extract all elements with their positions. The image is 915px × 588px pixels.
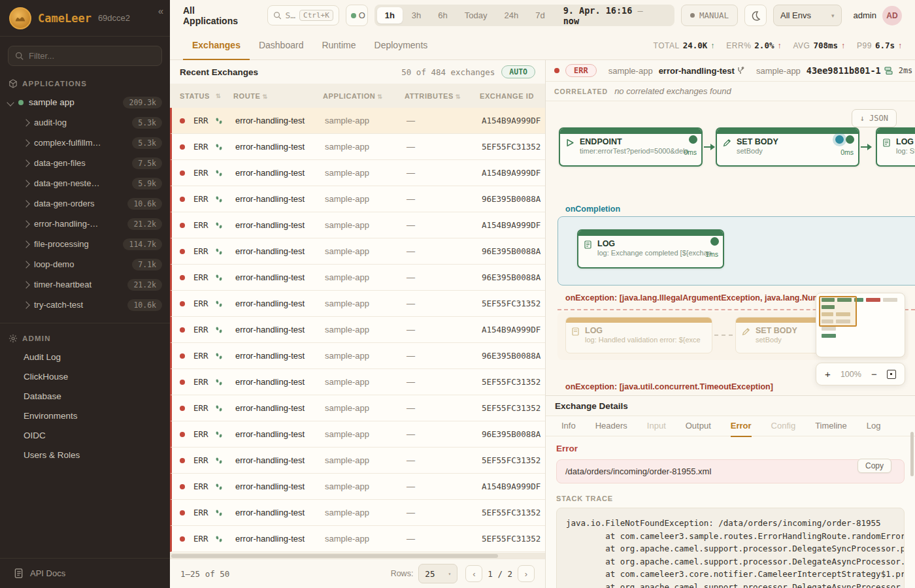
sidebar-route-item[interactable]: error-handling-… 21.2k (0, 214, 170, 234)
chevron-right-icon[interactable] (22, 200, 29, 207)
sidebar-route-item[interactable]: data-gen-neste… 5.9k (0, 173, 170, 193)
diagram-minimap[interactable] (816, 293, 905, 357)
diagram-node-log[interactable]: LOGlog: Sta (876, 127, 915, 167)
sidebar-collapse-icon[interactable]: « (158, 5, 163, 16)
table-row[interactable]: ERR error-handling-test sample-app — 96E… (170, 343, 545, 369)
sidebar-route-item[interactable]: data-gen-files 7.5k (0, 153, 170, 173)
details-tab[interactable]: Output (686, 416, 711, 437)
chevron-right-icon[interactable] (22, 261, 29, 268)
main-tab[interactable]: Exchanges (183, 40, 250, 60)
copy-stack-icon[interactable] (884, 67, 893, 75)
date-range[interactable]: 9. Apr. 16:16 – now (554, 5, 672, 26)
admin-item[interactable]: ClickHouse (0, 367, 170, 386)
time-range-option[interactable]: 1h (377, 7, 403, 24)
zoom-in-button[interactable]: + (825, 368, 831, 380)
admin-item[interactable]: Audit Log (0, 347, 170, 367)
table-row[interactable]: ERR error-handling-test sample-app — 5EF… (170, 448, 545, 474)
sort-icon[interactable]: ⇅ (216, 93, 221, 99)
sort-icon[interactable]: ⇅ (263, 93, 268, 100)
vertical-scrollbar-thumb[interactable] (910, 432, 914, 476)
exception-node-log[interactable]: LOGlog: Handled validation error: ${exce (565, 317, 712, 353)
admin-item[interactable]: Users & Roles (0, 445, 170, 465)
chevron-right-icon[interactable] (22, 220, 29, 227)
time-range-option[interactable]: 24h (497, 7, 527, 24)
table-row[interactable]: ERR error-handling-test sample-app — A15… (170, 212, 545, 238)
auto-badge[interactable]: AUTO (501, 65, 535, 78)
details-tab[interactable]: Config (771, 416, 796, 437)
sidebar-route-item[interactable]: audit-log 5.3k (0, 112, 170, 133)
rows-per-page-select[interactable]: 25 ▾ (418, 564, 458, 583)
main-tab[interactable]: Dashboard (250, 40, 313, 60)
prev-page-button[interactable]: ‹ (465, 565, 482, 582)
table-row[interactable]: ERR error-handling-test sample-app — A15… (170, 474, 545, 500)
sidebar-route-item[interactable]: try-catch-test 10.6k (0, 295, 170, 315)
detail-route[interactable]: error-handling-test (659, 66, 744, 76)
copy-button[interactable]: Copy (857, 459, 891, 473)
route-diagram-canvas[interactable]: ↓ JSON ENDPOINTtimer:errorTest?period=50… (546, 101, 915, 395)
table-row[interactable]: ERR error-handling-test sample-app — 96E… (170, 421, 545, 448)
sidebar-filter-input[interactable]: Filter... (8, 46, 162, 66)
chevron-down-icon[interactable] (7, 99, 14, 106)
admin-item[interactable]: Environments (0, 406, 170, 425)
exchange-id[interactable]: 43ee9811b801-1 (807, 65, 893, 76)
chevron-right-icon[interactable] (22, 139, 29, 146)
admin-item[interactable]: Database (0, 386, 170, 406)
details-tab[interactable]: Headers (595, 416, 627, 437)
time-range-option[interactable]: 7d (527, 7, 552, 24)
details-tab[interactable]: Input (647, 416, 666, 437)
live-toggle-button[interactable]: O (346, 5, 368, 26)
table-row[interactable]: ERR error-handling-test sample-app — 5EF… (170, 291, 545, 317)
sidebar-route-item[interactable]: data-gen-orders 10.6k (0, 193, 170, 214)
chevron-right-icon[interactable] (22, 180, 29, 187)
details-tab[interactable]: Timeline (815, 416, 847, 437)
table-row[interactable]: ERR error-handling-test sample-app — 5EF… (170, 395, 545, 421)
sidebar-route-item[interactable]: timer-heartbeat 21.2k (0, 274, 170, 295)
sidebar-item-sample-app[interactable]: sample app 209.3k (0, 92, 170, 112)
admin-item[interactable]: OIDC (0, 425, 170, 445)
sidebar-route-item[interactable]: file-processing 114.7k (0, 234, 170, 254)
time-range-option[interactable]: 6h (430, 7, 455, 24)
diagram-node-endpoint[interactable]: ENDPOINTtimer:errorTest?period=5000&dela… (559, 127, 703, 167)
avatar[interactable]: AD (882, 6, 902, 25)
table-row[interactable]: ERR error-handling-test sample-app — 5EF… (170, 369, 545, 395)
chevron-right-icon[interactable] (22, 159, 29, 167)
oncompletion-node-log[interactable]: LOGlog: Exchange completed [${exchan 1ms (577, 229, 724, 269)
table-row[interactable]: ERR error-handling-test sample-app — A15… (170, 317, 545, 343)
zoom-out-button[interactable]: − (871, 368, 877, 380)
details-tab[interactable]: Error (731, 416, 752, 437)
manual-refresh-button[interactable]: MANUAL (681, 5, 738, 26)
table-row[interactable]: ERR error-handling-test sample-app — 96E… (170, 238, 545, 265)
environment-select[interactable]: All Envs ▾ (773, 5, 842, 26)
scrollbar-thumb[interactable] (171, 554, 498, 558)
table-row[interactable]: ERR error-handling-test sample-app — 96E… (170, 186, 545, 212)
api-docs-link[interactable]: API Docs (0, 558, 170, 588)
download-json-button[interactable]: ↓ JSON (852, 109, 897, 127)
search-input[interactable]: S… Ctrl+K (267, 5, 339, 25)
sort-icon[interactable]: ⇅ (377, 93, 382, 100)
chevron-right-icon[interactable] (22, 240, 29, 248)
details-tab[interactable]: Log (867, 416, 881, 437)
chevron-right-icon[interactable] (22, 301, 29, 308)
table-row[interactable]: ERR error-handling-test sample-app — A15… (170, 160, 545, 186)
dark-mode-button[interactable] (744, 5, 767, 26)
table-row[interactable]: ERR error-handling-test sample-app — A15… (170, 108, 545, 134)
fit-view-icon[interactable] (887, 370, 896, 379)
main-tab[interactable]: Deployments (365, 40, 437, 60)
table-row[interactable]: ERR error-handling-test sample-app — 5EF… (170, 134, 545, 160)
stack-trace-box[interactable]: java.io.FileNotFoundException: /data/ord… (556, 508, 905, 588)
breakpoint-dot[interactable] (835, 135, 844, 144)
table-row[interactable]: ERR error-handling-test sample-app — 5EF… (170, 500, 545, 526)
table-row[interactable]: ERR error-handling-test sample-app — 96E… (170, 265, 545, 291)
time-range-option[interactable]: 3h (404, 7, 429, 24)
sort-icon[interactable]: ⇅ (456, 93, 461, 100)
chevron-right-icon[interactable] (22, 119, 29, 126)
main-tab[interactable]: Runtime (312, 40, 365, 60)
sidebar-route-item[interactable]: loop-demo 7.1k (0, 254, 170, 274)
minimap-viewport[interactable] (819, 296, 857, 327)
diagram-node-setbody[interactable]: SET BODYsetBody 0ms (716, 127, 859, 167)
horizontal-scrollbar[interactable] (170, 553, 545, 559)
table-row[interactable]: ERR error-handling-test sample-app — 5EF… (170, 526, 545, 552)
chevron-right-icon[interactable] (22, 281, 29, 288)
details-tab[interactable]: Info (561, 416, 576, 437)
next-page-button[interactable]: › (518, 565, 535, 582)
